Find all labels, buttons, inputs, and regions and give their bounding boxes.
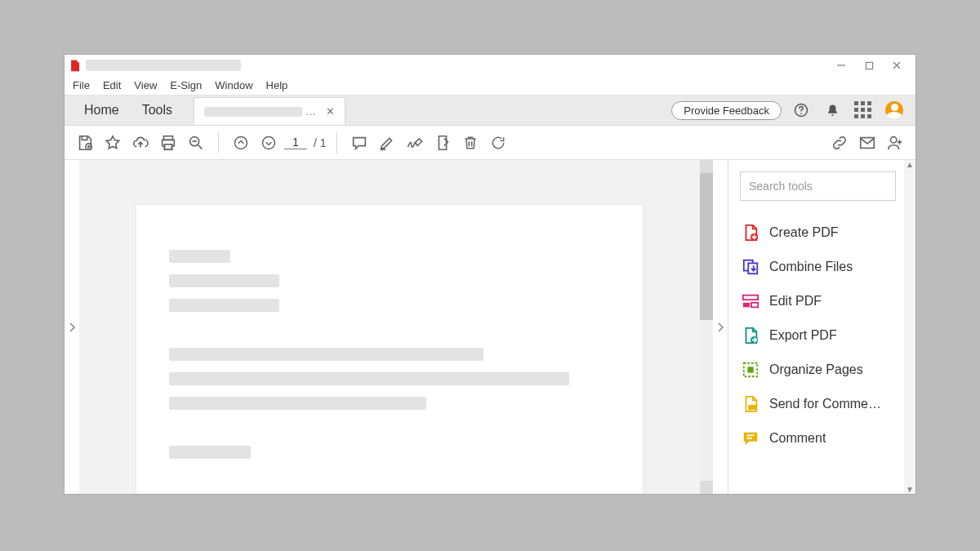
menu-help[interactable]: Help xyxy=(260,76,295,96)
apps-grid-icon[interactable] xyxy=(852,99,875,122)
window-close-button[interactable] xyxy=(883,56,911,74)
tools-panel-scrollbar[interactable]: ▲ ▼ xyxy=(904,160,915,494)
send-for-comments-icon xyxy=(742,395,760,413)
edit-page-icon[interactable] xyxy=(430,131,455,155)
menu-edit[interactable]: Edit xyxy=(96,76,127,96)
combine-files-icon xyxy=(742,258,760,276)
right-panel-toggle[interactable] xyxy=(713,160,728,494)
provide-feedback-button[interactable]: Provide Feedback xyxy=(671,101,782,120)
svg-rect-19 xyxy=(747,367,753,372)
svg-point-7 xyxy=(235,136,247,149)
star-icon[interactable] xyxy=(100,131,125,155)
document-page xyxy=(136,205,643,494)
toolbar: / 1 xyxy=(65,126,915,160)
app-window: File Edit View E-Sign Window Help Home T… xyxy=(64,54,916,495)
document-tab-close-button[interactable]: ✕ xyxy=(323,104,338,119)
document-viewport xyxy=(79,160,713,494)
document-scrollbar[interactable] xyxy=(700,160,713,494)
cloud-upload-icon[interactable] xyxy=(128,131,153,155)
document-scrollbar-thumb[interactable] xyxy=(700,173,713,320)
document-tab[interactable]: … ✕ xyxy=(194,97,345,125)
tool-export-pdf[interactable]: Export PDF xyxy=(740,318,896,353)
delete-icon[interactable] xyxy=(458,131,483,155)
zoom-icon[interactable] xyxy=(184,131,208,155)
notifications-icon[interactable] xyxy=(821,99,844,122)
menu-view[interactable]: View xyxy=(127,76,163,96)
account-avatar[interactable] xyxy=(883,99,906,122)
menu-window[interactable]: Window xyxy=(208,76,259,96)
tool-send-for-comments[interactable]: Send for Comme… xyxy=(740,387,896,421)
tool-organize-pages[interactable]: Organize Pages xyxy=(740,353,896,387)
tool-edit-pdf[interactable]: Edit PDF xyxy=(740,284,896,318)
tool-label: Send for Comme… xyxy=(769,397,881,411)
tool-label: Create PDF xyxy=(769,225,838,240)
share-link-icon[interactable] xyxy=(827,131,852,155)
tool-comment[interactable]: Comment xyxy=(740,421,896,455)
svg-point-2 xyxy=(800,113,802,114)
create-pdf-icon xyxy=(742,224,760,242)
svg-rect-0 xyxy=(866,62,872,69)
window-title xyxy=(86,60,241,71)
document-tab-ellipsis: … xyxy=(305,105,316,118)
title-bar xyxy=(65,55,915,76)
save-icon[interactable] xyxy=(73,131,97,155)
svg-rect-15 xyxy=(743,303,750,308)
search-tools-input[interactable] xyxy=(740,171,896,201)
svg-rect-20 xyxy=(748,405,756,410)
tool-combine-files[interactable]: Combine Files xyxy=(740,250,896,284)
page-total-label: / 1 xyxy=(314,136,327,149)
document-tab-title xyxy=(204,107,302,117)
sign-icon[interactable] xyxy=(403,131,427,155)
svg-rect-16 xyxy=(751,303,758,308)
svg-point-10 xyxy=(891,136,897,142)
tabs-bar: Home Tools … ✕ Provide Feedback xyxy=(65,96,915,126)
export-pdf-icon xyxy=(742,327,760,344)
help-icon[interactable] xyxy=(790,99,813,122)
tools-panel: Create PDF Combine Files Edit PDF xyxy=(728,160,915,494)
share-people-icon[interactable] xyxy=(883,131,907,155)
tool-create-pdf[interactable]: Create PDF xyxy=(740,216,896,250)
svg-point-8 xyxy=(263,136,275,149)
window-minimize-button[interactable] xyxy=(827,56,855,74)
email-icon[interactable] xyxy=(855,131,880,155)
tab-home[interactable]: Home xyxy=(73,96,131,125)
tab-tools[interactable]: Tools xyxy=(131,96,184,125)
left-panel-toggle[interactable] xyxy=(65,160,79,494)
edit-pdf-icon xyxy=(742,292,760,310)
svg-rect-5 xyxy=(164,144,172,149)
tool-label: Edit PDF xyxy=(769,294,822,309)
rotate-icon[interactable] xyxy=(486,131,510,155)
window-maximize-button[interactable] xyxy=(855,56,883,74)
document-scroll[interactable] xyxy=(79,160,700,494)
print-icon[interactable] xyxy=(156,131,180,155)
menu-file[interactable]: File xyxy=(66,76,96,96)
comment-icon[interactable] xyxy=(347,131,372,155)
tool-label: Organize Pages xyxy=(769,362,863,377)
highlight-icon[interactable] xyxy=(375,131,399,155)
svg-rect-14 xyxy=(743,295,758,300)
tools-list: Create PDF Combine Files Edit PDF xyxy=(740,216,896,455)
page-down-icon[interactable] xyxy=(256,131,281,155)
content-area: Create PDF Combine Files Edit PDF xyxy=(65,160,915,494)
menu-bar: File Edit View E-Sign Window Help xyxy=(65,76,915,96)
menu-esign[interactable]: E-Sign xyxy=(163,76,208,96)
organize-pages-icon xyxy=(742,361,760,379)
app-pdf-icon xyxy=(68,59,81,72)
comment-tool-icon xyxy=(742,429,760,447)
tool-label: Export PDF xyxy=(769,328,837,343)
tool-label: Comment xyxy=(769,431,826,446)
tool-label: Combine Files xyxy=(769,260,853,274)
page-number-input[interactable] xyxy=(284,136,307,149)
page-up-icon[interactable] xyxy=(229,131,253,155)
